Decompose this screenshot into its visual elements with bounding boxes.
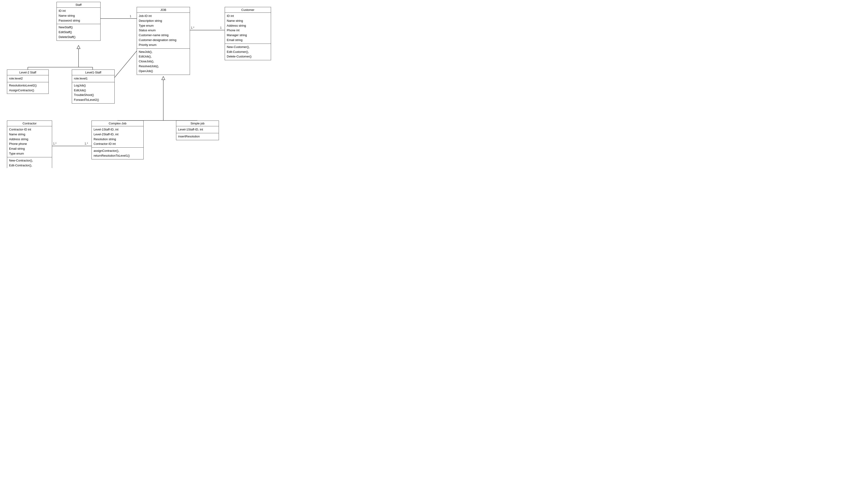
class-customer-title: Customer <box>225 7 271 13</box>
class-simplejob-attributes: Level-1Staff-ID, int <box>176 126 219 133</box>
svg-line-18 <box>113 51 137 79</box>
class-staff: Staff ID int Name string Password string… <box>56 2 100 41</box>
class-simplejob-methods: insertResolution <box>176 133 219 140</box>
class-staff-title: Staff <box>57 2 100 8</box>
class-level2staff-attributes: role:level2 <box>7 75 49 82</box>
class-job-title: JOB <box>137 7 190 13</box>
svg-text:1.*: 1.* <box>53 142 56 145</box>
class-level2staff-methods: ResolutiontoLevel2() AssignContractor() <box>7 82 49 94</box>
class-job-methods: NewJob(), EditJob(), CloseJob(), Resolve… <box>137 49 190 74</box>
svg-text:1: 1 <box>220 26 222 29</box>
class-level2staff: Level-2 Staff role:level2 ResolutiontoLe… <box>7 69 49 94</box>
class-contractor: Contractor Contractor-ID int Name string… <box>7 121 52 168</box>
class-customer: Customer ID int Name string Address stri… <box>225 7 271 60</box>
class-simplejob: Simple job Level-1Staff-ID, int insertRe… <box>176 121 219 140</box>
class-contractor-methods: New-Contractor(), Edit-Contractor(), Del… <box>7 157 52 168</box>
uml-diagram: 1 1.* 1 1.* 1.* <box>0 0 287 168</box>
class-complexjob: Complex-Job Level-1Staff-ID, int Level-2… <box>92 121 144 160</box>
svg-text:1.*: 1.* <box>191 26 194 29</box>
class-customer-methods: New-Customer(), Edit-Customer(), Delete-… <box>225 44 271 60</box>
class-level1staff-attributes: role:level1 <box>72 75 114 82</box>
class-complexjob-title: Complex-Job <box>92 121 144 126</box>
class-complexjob-attributes: Level-1Staff-ID, int Level-2Staff-ID, in… <box>92 126 144 148</box>
class-complexjob-methods: assignContractor(), returnResolutionToLe… <box>92 148 144 159</box>
class-level2staff-title: Level-2 Staff <box>7 70 49 75</box>
class-job-attributes: Job-ID int Description string Type enum … <box>137 13 190 49</box>
svg-text:1: 1 <box>130 15 131 18</box>
class-customer-attributes: ID int Name string Address string Phone … <box>225 13 271 44</box>
class-job: JOB Job-ID int Description string Type e… <box>137 7 190 75</box>
class-contractor-title: Contractor <box>7 121 52 126</box>
class-staff-attributes: ID int Name string Password string <box>57 8 100 24</box>
svg-marker-14 <box>162 77 165 80</box>
svg-text:1.*: 1.* <box>84 142 88 145</box>
class-contractor-attributes: Contractor-ID int Name string Address st… <box>7 126 52 157</box>
class-level1staff-methods: LogJob() EditJob() TroubleShoot() Forwar… <box>72 82 114 103</box>
class-level1staff: Level1-Staff role:level1 LogJob() EditJo… <box>72 69 115 104</box>
class-staff-methods: NewStaff() EditStaff() DeleteStaff() <box>57 24 100 40</box>
class-simplejob-title: Simple job <box>176 121 219 126</box>
class-level1staff-title: Level1-Staff <box>72 70 114 75</box>
svg-marker-9 <box>77 45 80 49</box>
